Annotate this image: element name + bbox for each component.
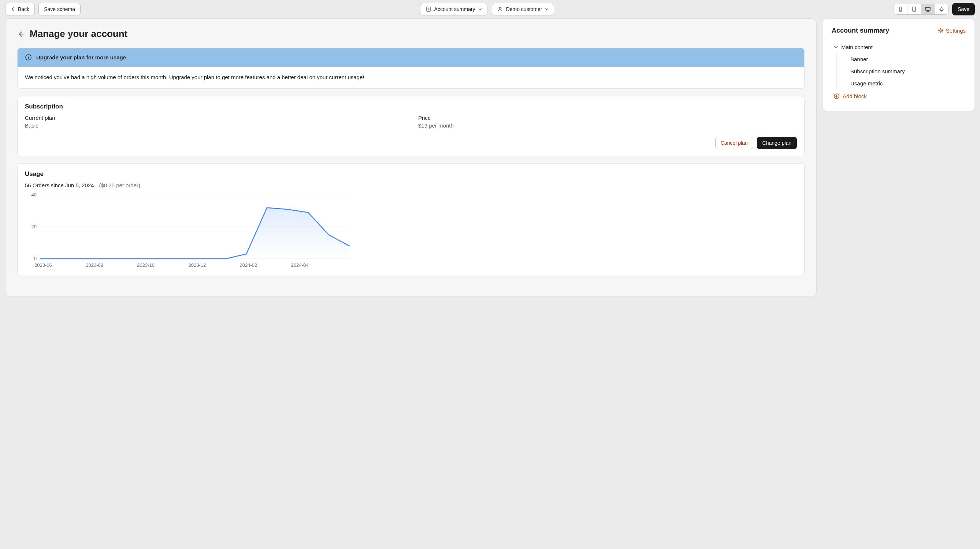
tablet-icon [911, 6, 917, 12]
banner-card: Upgrade your plan for more usage We noti… [17, 48, 805, 89]
svg-text:2024-02: 2024-02 [240, 262, 258, 268]
sidebar-header: Account summary Settings [832, 27, 966, 34]
tree-root-label: Main content [841, 44, 873, 50]
page-select-label: Account summary [434, 6, 475, 12]
gear-icon [937, 27, 944, 34]
tree-children: BannerSubscription summaryUsage metric [837, 53, 966, 89]
chevron-down-icon [834, 45, 838, 49]
svg-text:20: 20 [32, 224, 37, 230]
usage-summary: 56 Orders since Jun 5, 2024 [25, 182, 94, 188]
save-schema-button[interactable]: Save schema [38, 3, 81, 15]
subscription-details: Current plan Basic Price $19 per month [25, 115, 797, 129]
info-icon [25, 54, 32, 61]
mobile-icon [897, 6, 904, 12]
svg-point-3 [900, 10, 900, 11]
svg-text:2023-06: 2023-06 [34, 262, 52, 268]
sidebar: Account summary Settings Main content Ba… [822, 18, 975, 112]
banner-title: Upgrade your plan for more usage [36, 54, 126, 61]
usage-card: Usage 56 Orders since Jun 5, 2024 ($0.25… [17, 163, 805, 276]
svg-text:0: 0 [34, 256, 37, 261]
arrow-left-icon[interactable] [17, 30, 24, 38]
person-icon [497, 6, 503, 12]
caret-down-icon [545, 7, 549, 11]
topbar-right: Save [894, 3, 975, 15]
banner-body: We noticed you've had a high volume of o… [18, 67, 804, 88]
desktop-icon [925, 6, 931, 12]
price-label: Price [418, 115, 797, 121]
usage-chart: 020402023-062023-082023-102023-122024-02… [25, 192, 797, 269]
customer-select-dropdown[interactable]: Demo customer [492, 3, 554, 15]
subscription-actions: Cancel plan Change plan [25, 137, 797, 149]
cancel-plan-label: Cancel plan [721, 140, 748, 146]
viewport-tablet-button[interactable] [907, 4, 921, 14]
viewport-fullscreen-button[interactable] [935, 4, 948, 14]
svg-point-9 [28, 56, 29, 56]
viewport-mobile-button[interactable] [894, 4, 907, 14]
svg-point-22 [940, 30, 942, 32]
page-icon [426, 6, 431, 12]
plan-value: Basic [25, 123, 404, 129]
usage-cost-note: ($0.25 per order) [99, 182, 140, 188]
plan-label: Current plan [25, 115, 404, 121]
banner-header: Upgrade your plan for more usage [18, 48, 804, 67]
page-select-dropdown[interactable]: Account summary [420, 3, 487, 15]
page-title: Manage your account [30, 28, 127, 40]
back-button[interactable]: Back [5, 3, 35, 15]
svg-text:40: 40 [32, 192, 37, 198]
svg-text:2023-12: 2023-12 [188, 262, 206, 268]
save-label: Save [958, 6, 969, 12]
topbar-center: Account summary Demo customer [84, 3, 890, 15]
top-bar: Back Save schema Account summary Demo cu… [0, 0, 980, 18]
sidebar-title: Account summary [832, 27, 889, 34]
back-label: Back [18, 6, 29, 12]
customer-select-label: Demo customer [506, 6, 542, 12]
svg-rect-6 [926, 7, 930, 10]
viewport-switcher [894, 4, 948, 15]
save-schema-label: Save schema [44, 6, 75, 12]
add-block-label: Add block [843, 93, 867, 99]
svg-text:2023-10: 2023-10 [137, 262, 154, 268]
tree-item-label: Usage metric [844, 80, 883, 86]
sidebar-tree: Main content BannerSubscription summaryU… [832, 41, 966, 103]
svg-rect-7 [940, 8, 943, 11]
page-header: Manage your account [17, 28, 805, 40]
plus-circle-icon [834, 93, 840, 99]
subscription-card: Subscription Current plan Basic Price $1… [17, 96, 805, 156]
usage-heading: Usage [25, 171, 797, 178]
settings-link[interactable]: Settings [937, 27, 966, 34]
change-plan-label: Change plan [762, 140, 791, 146]
cancel-plan-button[interactable]: Cancel plan [715, 137, 753, 149]
svg-text:2023-08: 2023-08 [86, 262, 103, 268]
save-button[interactable]: Save [952, 3, 975, 15]
tree-root[interactable]: Main content [832, 41, 966, 53]
expand-icon [939, 6, 945, 12]
svg-point-5 [914, 10, 914, 11]
tree-item[interactable]: Subscription summary [842, 65, 966, 77]
tree-item[interactable]: Banner [842, 53, 966, 65]
settings-label: Settings [946, 27, 966, 34]
main-wrap: Manage your account Upgrade your plan fo… [0, 18, 980, 302]
add-block-button[interactable]: Add block [832, 89, 966, 103]
tree-item-label: Subscription summary [844, 68, 905, 74]
tree-item[interactable]: Usage metric [842, 77, 966, 89]
subscription-heading: Subscription [25, 103, 797, 110]
chevron-left-icon [11, 7, 15, 11]
viewport-desktop-button[interactable] [921, 4, 935, 14]
usage-subheader: 56 Orders since Jun 5, 2024 ($0.25 per o… [25, 182, 797, 188]
change-plan-button[interactable]: Change plan [757, 137, 797, 149]
caret-down-icon [478, 7, 482, 11]
preview-frame: Manage your account Upgrade your plan fo… [5, 18, 817, 297]
price-value: $19 per month [418, 123, 797, 129]
tree-item-label: Banner [844, 56, 868, 62]
svg-text:2024-04: 2024-04 [291, 262, 309, 268]
svg-point-1 [499, 7, 501, 9]
